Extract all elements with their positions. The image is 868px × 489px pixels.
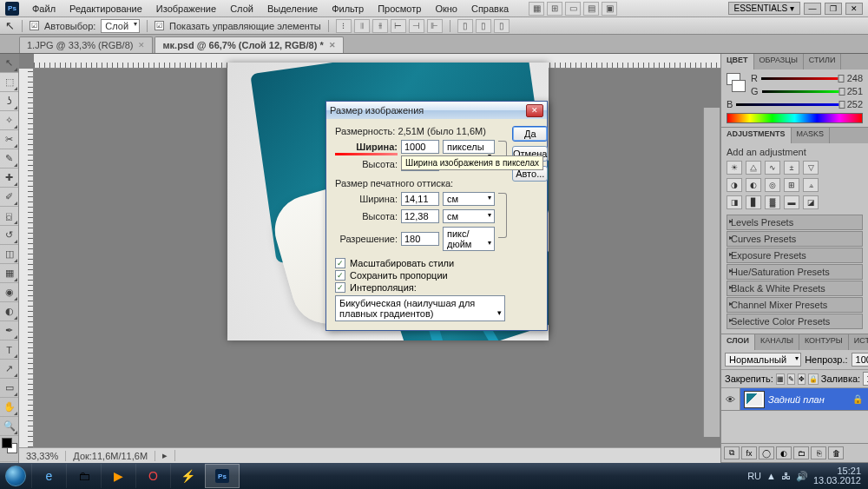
zoom-level[interactable]: 33,33% [19, 451, 66, 461]
preset-bw[interactable]: ▸Black & White Presets [727, 281, 863, 296]
task-media-icon[interactable]: ▶ [101, 464, 135, 488]
print-width-field[interactable] [401, 192, 439, 206]
r-value[interactable]: 248 [847, 73, 863, 83]
opacity-field[interactable]: 100% [852, 353, 868, 367]
view-extras-icon[interactable]: ⊞ [547, 2, 562, 16]
visibility-icon[interactable]: 👁 [721, 388, 740, 410]
close-tab-icon[interactable]: ✕ [138, 41, 145, 50]
brush-tool[interactable]: ✐ [0, 188, 18, 207]
align-left-icon[interactable]: ⊢ [391, 19, 406, 33]
adj-posterize-icon[interactable]: ▊ [746, 195, 761, 209]
restore-icon[interactable]: ❐ [825, 3, 842, 15]
lock-move-icon[interactable]: ✥ [798, 373, 806, 385]
adj-bw-icon[interactable]: ◐ [746, 178, 761, 192]
tray-network-icon[interactable]: 🖧 [781, 471, 791, 481]
zoom-level-icon[interactable]: ▭ [565, 2, 581, 16]
adj-curves-icon[interactable]: ∿ [765, 161, 780, 175]
b-value[interactable]: 252 [847, 99, 863, 109]
ok-button[interactable]: Да [512, 126, 548, 142]
adj-vibrance-icon[interactable]: ▽ [803, 161, 819, 175]
menu-select[interactable]: Выделение [261, 2, 324, 16]
adj-selective-color-icon[interactable]: ◪ [803, 195, 819, 209]
b-slider[interactable] [736, 101, 843, 109]
task-ie-icon[interactable]: e [31, 464, 66, 488]
status-arrow-icon[interactable]: ▸ [155, 450, 175, 461]
align-right-icon[interactable]: ⊩ [427, 19, 443, 33]
adj-brightness-icon[interactable]: ☀ [727, 161, 742, 175]
collapsed-panel-strip[interactable] [703, 108, 720, 437]
tray-lang[interactable]: RU [747, 471, 761, 481]
arrange-icon[interactable]: ▤ [583, 2, 599, 16]
stamp-tool[interactable]: ⌼ [0, 207, 18, 226]
task-explorer-icon[interactable]: 🗀 [66, 464, 101, 488]
menu-help[interactable]: Справка [465, 2, 515, 16]
preset-levels[interactable]: ▸Levels Presets [727, 215, 863, 230]
heal-tool[interactable]: ✚ [0, 169, 18, 188]
width-unit-dropdown[interactable]: пикселы [443, 140, 495, 154]
adj-hue-icon[interactable]: ◑ [727, 178, 742, 192]
adj-photo-filter-icon[interactable]: ◎ [765, 178, 780, 192]
dodge-tool[interactable]: ◐ [0, 302, 18, 321]
menu-window[interactable]: Окно [429, 2, 464, 16]
link-layers-icon[interactable]: ⧉ [724, 446, 740, 459]
distribute-1-icon[interactable]: ▯ [457, 19, 473, 33]
shape-tool[interactable]: ▭ [0, 379, 18, 398]
preset-exposure[interactable]: ▸Exposure Presets [727, 248, 863, 263]
tab-styles[interactable]: СТИЛИ [804, 54, 842, 69]
minimize-icon[interactable]: — [804, 3, 821, 15]
menu-file[interactable]: Файл [26, 2, 62, 16]
path-tool[interactable]: ↗ [0, 360, 18, 379]
adj-colorbalance-icon[interactable]: ⟁ [803, 178, 819, 192]
layer-background[interactable]: 👁 Задний план 🔒 [721, 388, 868, 411]
align-vcenter-icon[interactable]: ⫴ [354, 19, 370, 33]
interpolation-dropdown[interactable]: Бикубическая (наилучшая для плавных град… [335, 295, 505, 321]
tab-adjustments[interactable]: ADJUSTMENTS [721, 128, 792, 143]
marquee-tool[interactable]: ⬚ [0, 73, 18, 92]
move-tool[interactable]: ↖ [0, 54, 18, 73]
align-hcenter-icon[interactable]: ⊣ [409, 19, 424, 33]
screen-mode-icon[interactable]: ▣ [602, 2, 617, 16]
blur-tool[interactable]: ◉ [0, 283, 18, 302]
resolution-field[interactable] [401, 232, 439, 246]
preset-hue[interactable]: ▸Hue/Saturation Presets [727, 264, 863, 280]
r-slider[interactable] [761, 75, 844, 83]
constrain-proportions-checkbox[interactable]: ✓ [335, 270, 345, 281]
print-constrain-link-icon[interactable] [498, 193, 507, 238]
eraser-tool[interactable]: ◫ [0, 245, 18, 264]
mask-icon[interactable]: ◯ [759, 446, 774, 459]
tray-clock[interactable]: 15:21 13.03.2012 [813, 466, 861, 486]
tab-paths[interactable]: КОНТУРЫ [799, 334, 849, 350]
blend-mode-dropdown[interactable]: Нормальный [725, 353, 801, 367]
width-field[interactable] [401, 140, 439, 154]
task-opera-icon[interactable]: O [135, 464, 170, 488]
lock-all-icon[interactable]: 🔒 [808, 373, 819, 385]
autoselect-checkbox[interactable]: ☑ [30, 21, 39, 30]
adj-threshold-icon[interactable]: ▓ [765, 195, 780, 209]
history-brush-tool[interactable]: ↺ [0, 226, 18, 245]
tab-history[interactable]: ИСТОРИЯ [849, 334, 868, 350]
lock-trans-icon[interactable]: ▦ [776, 373, 785, 385]
task-winamp-icon[interactable]: ⚡ [170, 464, 205, 488]
tab-layers[interactable]: СЛОИ [721, 334, 755, 350]
doc-info[interactable]: Док:11,6M/11,6M [66, 451, 155, 461]
lasso-tool[interactable]: ʖ [0, 92, 18, 111]
fill-field[interactable]: 100% [863, 372, 868, 386]
g-value[interactable]: 251 [847, 86, 863, 96]
print-width-unit-dropdown[interactable]: см [443, 192, 495, 206]
hand-tool[interactable]: ✋ [0, 398, 18, 417]
adj-invert-icon[interactable]: ◨ [727, 195, 742, 209]
menu-edit[interactable]: Редактирование [63, 2, 148, 16]
spectrum-bar[interactable] [727, 113, 863, 123]
menu-view[interactable]: Просмотр [372, 2, 427, 16]
group-icon[interactable]: 🗀 [793, 446, 809, 459]
print-height-field[interactable] [401, 209, 439, 223]
workspace-switcher[interactable]: ESSENTIALS ▾ [728, 2, 800, 15]
menu-filter[interactable]: Фильтр [326, 2, 370, 16]
eyedropper-tool[interactable]: ✎ [0, 149, 18, 169]
showcontrols-checkbox[interactable]: ☑ [155, 21, 164, 30]
dialog-titlebar[interactable]: Размер изображения ✕ [326, 102, 547, 119]
fg-bg-swatch[interactable] [0, 436, 18, 462]
preset-channel-mixer[interactable]: ▸Channel Mixer Presets [727, 297, 863, 313]
new-layer-icon[interactable]: ⎘ [811, 446, 826, 459]
zoom-tool[interactable]: 🔍 [0, 417, 18, 436]
